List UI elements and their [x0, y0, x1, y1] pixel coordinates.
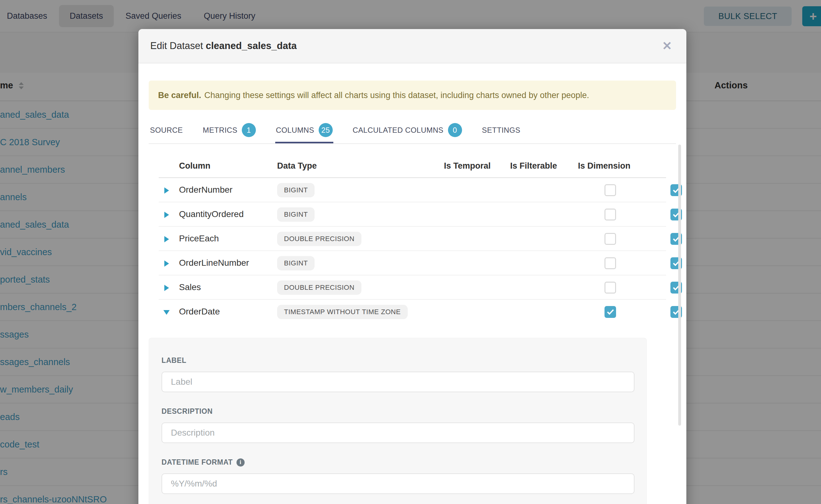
expand-caret-icon[interactable] [164, 260, 169, 267]
is-temporal-checkbox[interactable] [605, 184, 616, 196]
column-name: Sales [179, 282, 201, 292]
column-row: OrderNumberBIGINT [159, 178, 666, 202]
modal-tabs: SOURCEMETRICS1COLUMNS25CALCULATED COLUMN… [149, 117, 676, 144]
datetime-format-field-label: DATETIME FORMAT i [161, 458, 634, 467]
data-type-badge: BIGINT [277, 207, 314, 222]
column-name: OrderDate [179, 307, 220, 317]
column-row: SalesDOUBLE PRECISION [159, 275, 666, 300]
is-temporal-checkbox[interactable] [605, 257, 616, 269]
modal-header: Edit Dataset cleaned_sales_data ✕ [138, 29, 686, 63]
tab-label: METRICS [203, 126, 237, 135]
count-badge: 25 [319, 123, 333, 137]
is-temporal-checkbox[interactable] [605, 233, 616, 245]
info-icon[interactable]: i [236, 458, 245, 467]
description-input[interactable] [161, 422, 635, 443]
expand-caret-icon[interactable] [164, 285, 169, 291]
tab-label: CALCULATED COLUMNS [353, 126, 444, 135]
columns-table: Column Data Type Is Temporal Is Filterab… [159, 154, 666, 324]
label-field-label: LABEL [161, 356, 634, 365]
tab-label: COLUMNS [276, 126, 314, 135]
warning-banner: Be careful.Changing these settings will … [149, 81, 676, 110]
count-badge: 1 [242, 123, 256, 137]
modal-body: Be careful.Changing these settings will … [138, 81, 686, 504]
expand-caret-icon[interactable] [164, 187, 169, 194]
modal-scrollbar[interactable] [678, 145, 681, 426]
tab-columns[interactable]: COLUMNS25 [275, 117, 333, 143]
column-name: OrderLineNumber [179, 258, 249, 268]
datetime-format-input[interactable] [161, 473, 635, 494]
collapse-caret-icon[interactable] [163, 310, 170, 315]
column-header: Column [179, 161, 210, 171]
count-badge: 0 [448, 123, 462, 137]
column-name: PriceEach [179, 234, 219, 244]
tab-label: SOURCE [150, 126, 183, 135]
columns-table-header: Column Data Type Is Temporal Is Filterab… [159, 154, 666, 178]
label-input[interactable] [161, 372, 635, 392]
data-type-badge: BIGINT [277, 256, 314, 270]
tab-settings[interactable]: SETTINGS [482, 117, 521, 143]
is-temporal-header: Is Temporal [444, 161, 491, 171]
tab-metrics[interactable]: METRICS1 [202, 117, 256, 143]
column-row: QuantityOrderedBIGINT [159, 202, 666, 227]
close-icon[interactable]: ✕ [660, 39, 675, 53]
modal-title: Edit Dataset cleaned_sales_data [150, 40, 297, 52]
data-type-badge: BIGINT [277, 183, 314, 197]
is-filterable-header: Is Filterable [510, 161, 557, 171]
is-temporal-checkbox[interactable] [605, 209, 616, 220]
is-temporal-checkbox[interactable] [605, 282, 616, 294]
column-name: OrderNumber [179, 185, 232, 195]
column-name: QuantityOrdered [179, 209, 244, 219]
expand-caret-icon[interactable] [164, 212, 169, 218]
tab-calculated-columns[interactable]: CALCULATED COLUMNS0 [352, 117, 463, 143]
data-type-badge: DOUBLE PRECISION [277, 232, 361, 246]
edit-dataset-modal: Edit Dataset cleaned_sales_data ✕ Be car… [138, 29, 686, 504]
column-row: OrderLineNumberBIGINT [159, 251, 666, 275]
data-type-badge: TIMESTAMP WITHOUT TIME ZONE [277, 305, 408, 319]
column-detail-panel: LABEL DESCRIPTION DATETIME FORMAT i [149, 338, 647, 504]
is-dimension-header: Is Dimension [578, 161, 631, 171]
is-temporal-checkbox[interactable] [605, 306, 616, 318]
description-field-label: DESCRIPTION [161, 407, 634, 416]
data-type-header: Data Type [277, 161, 317, 171]
tab-label: SETTINGS [482, 126, 521, 135]
tab-source[interactable]: SOURCE [149, 117, 183, 143]
expand-caret-icon[interactable] [164, 236, 169, 242]
data-type-badge: DOUBLE PRECISION [277, 280, 361, 295]
column-row: PriceEachDOUBLE PRECISION [159, 227, 666, 251]
column-row: OrderDateTIMESTAMP WITHOUT TIME ZONE [159, 300, 666, 324]
